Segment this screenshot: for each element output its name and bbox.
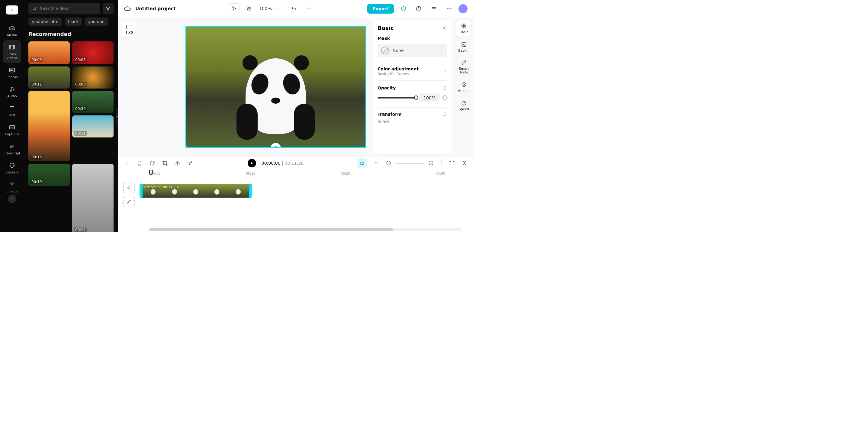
nav-text[interactable]: Text (3, 101, 21, 120)
mute-track-button[interactable] (123, 182, 135, 193)
search-input[interactable]: Search videos (28, 3, 100, 14)
opacity-value[interactable]: 100% (419, 93, 440, 102)
color-adjustment-row[interactable]: Color adjustment Basic,HSL,Curves (377, 62, 447, 81)
help-button[interactable] (413, 3, 424, 14)
split-button[interactable] (123, 159, 130, 167)
clip-handle-right[interactable] (249, 184, 251, 197)
chevron-down-icon (274, 7, 277, 10)
crop-icon (162, 160, 168, 166)
redo-button[interactable] (304, 3, 314, 14)
ai-button[interactable] (357, 158, 367, 168)
ruler-tick: 00:10 (246, 172, 255, 176)
mirror-button[interactable] (174, 159, 181, 167)
inspector-panel: Basic Mask None Color adjustment Basic,H… (373, 20, 452, 154)
video-thumb[interactable]: 00:08 (72, 41, 114, 64)
tool-speed[interactable]: Speed (456, 98, 471, 114)
nav-transcript[interactable]: Transcript (3, 139, 21, 158)
layers-button[interactable] (428, 3, 439, 14)
preview-content (246, 58, 306, 134)
timeline-ruler[interactable]: 00:00 00:10 00:20 00:30 (149, 170, 473, 179)
mirror-icon (175, 160, 181, 166)
video-thumb[interactable]: 00:19 (28, 164, 70, 186)
tool-basic[interactable]: Basic (456, 21, 471, 36)
nav-stock-videos[interactable]: Stock videos (3, 40, 21, 63)
video-thumb[interactable]: 00:11 (28, 66, 70, 89)
keyframe-toggle[interactable] (442, 95, 448, 101)
mask-selector[interactable]: None (377, 44, 447, 57)
reset-icon[interactable] (442, 112, 447, 117)
nav-effects[interactable]: Effects (3, 177, 21, 196)
video-thumb[interactable]: 00:15 (28, 91, 70, 161)
magnet-button[interactable] (372, 159, 380, 167)
svg-point-4 (13, 90, 14, 91)
video-thumb[interactable]: 00:09 (28, 41, 70, 64)
filter-button[interactable] (103, 3, 114, 14)
clip-handle-left[interactable] (140, 184, 143, 197)
cloud-sync-icon[interactable] (124, 5, 131, 12)
tool-rail: Basic Back... Smart tools Anim... Speed (454, 18, 473, 156)
duration-badge: 00:09 (30, 57, 43, 62)
filter-icon (105, 6, 111, 11)
rotate-button[interactable] (149, 159, 156, 167)
video-thumb[interactable]: 00:11 (72, 115, 114, 138)
resize-handle[interactable] (185, 26, 188, 28)
chip[interactable]: black (65, 18, 83, 26)
more-button[interactable] (443, 3, 454, 14)
zoom-dropdown[interactable]: 100% (259, 6, 277, 11)
user-avatar[interactable] (459, 4, 467, 13)
export-button[interactable]: Export (367, 4, 394, 13)
stack-icon (431, 6, 437, 12)
video-track[interactable]: video clip 00:11:28 (138, 182, 468, 225)
tool-animation[interactable]: Anim... (456, 79, 471, 95)
undo-button[interactable] (288, 3, 299, 14)
crop-button[interactable] (161, 159, 168, 167)
wand-icon (461, 60, 467, 66)
video-thumb[interactable]: 00:03 (72, 66, 114, 89)
reset-icon[interactable] (442, 86, 447, 90)
chip[interactable]: youtube intro (28, 18, 62, 26)
video-preview[interactable] (185, 26, 366, 148)
nav-photos[interactable]: Photos (3, 63, 21, 82)
nav-stickers[interactable]: Stickers (3, 158, 21, 177)
tool-background[interactable]: Back... (456, 39, 471, 55)
nav-captions[interactable]: Captions (3, 120, 21, 139)
adjust-button[interactable] (187, 159, 194, 167)
section-heading: Recommended (28, 31, 114, 37)
play-button[interactable] (248, 159, 256, 168)
duration-badge: 00:11 (30, 82, 43, 87)
video-thumb[interactable]: 00:30 (72, 91, 114, 113)
chip[interactable]: youtube (85, 18, 108, 26)
tool-smart[interactable]: Smart tools (456, 57, 471, 77)
svg-point-11 (450, 8, 451, 9)
edit-track-button[interactable] (123, 196, 135, 207)
resize-handle[interactable] (185, 146, 188, 148)
delete-button[interactable] (136, 159, 143, 167)
zoom-slider[interactable] (395, 163, 424, 164)
video-thumb[interactable]: 00:12 (72, 164, 114, 232)
project-title[interactable]: Untitled project (135, 6, 176, 11)
clip-label: video clip 00:11:28 (144, 185, 178, 189)
app-logo[interactable]: ✂ (6, 5, 18, 14)
nav-audio[interactable]: Audio (3, 82, 21, 101)
nav-media[interactable]: Media (3, 21, 21, 40)
captions-icon (9, 124, 16, 130)
zoom-in-button[interactable] (427, 159, 435, 167)
svg-rect-15 (464, 26, 466, 28)
chevron-right-icon (440, 49, 443, 52)
zoom-out-button[interactable] (385, 159, 392, 167)
fit-button[interactable] (448, 159, 456, 167)
opacity-slider[interactable] (377, 97, 416, 98)
hand-tool[interactable] (244, 3, 255, 14)
cursor-tool[interactable] (229, 3, 240, 14)
preview-action-button[interactable] (271, 143, 281, 148)
close-icon[interactable] (441, 25, 447, 31)
undo-icon (291, 6, 297, 11)
shield-button[interactable] (398, 3, 409, 14)
expand-button[interactable] (461, 159, 468, 167)
search-placeholder: Search videos (40, 6, 69, 11)
aspect-ratio-button[interactable]: 16:9 (122, 22, 136, 37)
color-label: Color adjustment (377, 66, 418, 71)
transcript-icon (9, 143, 16, 150)
timeline-scrollbar[interactable] (149, 228, 462, 231)
timeline-clip[interactable]: video clip 00:11:28 (140, 184, 252, 198)
